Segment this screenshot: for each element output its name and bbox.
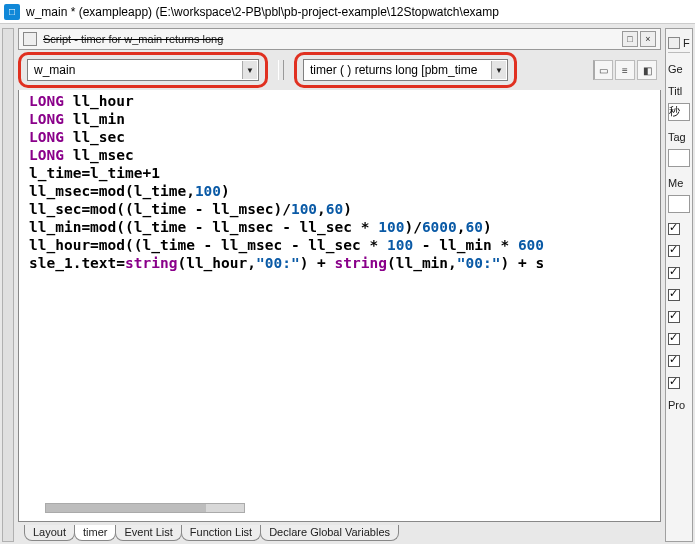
string: "00:": [256, 255, 300, 271]
highlight-event-combo: timer ( ) returns long [pbm_time ▼: [294, 52, 517, 88]
code-line: ,: [317, 201, 326, 217]
section-general: Ge: [668, 63, 690, 75]
string: "00:": [457, 255, 501, 271]
chevron-down-icon[interactable]: ▼: [491, 61, 506, 79]
input-menu[interactable]: [668, 195, 690, 213]
app-icon: □: [4, 4, 20, 20]
chevron-down-icon[interactable]: ▼: [242, 61, 257, 79]
properties-panel: F Ge Titl 秒 Tag Me Pro: [665, 28, 693, 542]
label-menu: Me: [668, 177, 690, 189]
scrollbar-thumb[interactable]: [46, 504, 206, 512]
code-line: (ll_min,: [387, 255, 457, 271]
workspace: Script - timer for w_main returns long □…: [0, 24, 695, 544]
object-combo-value: w_main: [34, 63, 75, 77]
label-tag: Tag: [668, 131, 690, 143]
code-line: (ll_hour,: [177, 255, 256, 271]
section-other: Pro: [668, 399, 690, 411]
code-line: ll_hour=mod((l_time - ll_msec - ll_sec *: [29, 237, 387, 253]
tab-declare-globals[interactable]: Declare Global Variables: [260, 525, 399, 541]
script-header-text: Script - timer for w_main returns long: [43, 33, 616, 45]
header-window-controls: □ ×: [622, 31, 656, 47]
input-title[interactable]: 秒: [668, 103, 690, 121]
tool-button-3[interactable]: ◧: [637, 60, 657, 80]
code-content: LONG ll_hour LONG ll_min LONG ll_sec LON…: [19, 90, 660, 280]
script-editor-pane: Script - timer for w_main returns long □…: [18, 28, 661, 542]
checkbox[interactable]: [668, 267, 680, 279]
number: 600: [518, 237, 544, 253]
checkbox[interactable]: [668, 311, 680, 323]
code-line: ): [343, 201, 352, 217]
code-line: ll_msec=mod(l_time,: [29, 183, 195, 199]
window-titlebar: □ w_main * (exampleapp) (E:\workspace\2-…: [0, 0, 695, 24]
properties-header: F: [668, 33, 690, 53]
checkbox[interactable]: [668, 245, 680, 257]
close-icon[interactable]: ×: [640, 31, 656, 47]
code-line: l_time=l_time+1: [29, 165, 160, 181]
highlight-object-combo: w_main ▼: [18, 52, 268, 88]
object-combo[interactable]: w_main ▼: [27, 59, 259, 81]
keyword: LONG: [29, 111, 64, 127]
pin-icon[interactable]: [668, 37, 680, 49]
number: 100: [387, 237, 413, 253]
toolbar-buttons: ▭ ≡ ◧: [593, 60, 657, 80]
code-line: ) + s: [500, 255, 544, 271]
label-title: Titl: [668, 85, 690, 97]
editor-tabs: Layout timer Event List Function List De…: [18, 522, 661, 542]
checkbox[interactable]: [668, 223, 680, 235]
identifier: ll_hour: [73, 93, 134, 109]
properties-header-label: F: [683, 37, 690, 49]
checkbox[interactable]: [668, 333, 680, 345]
number: 60: [326, 201, 343, 217]
checkbox[interactable]: [668, 377, 680, 389]
tab-timer[interactable]: timer: [74, 525, 116, 541]
code-line: ,: [457, 219, 466, 235]
checkbox[interactable]: [668, 355, 680, 367]
identifier: ll_min: [73, 111, 125, 127]
input-tag[interactable]: [668, 149, 690, 167]
event-combo[interactable]: timer ( ) returns long [pbm_time ▼: [303, 59, 508, 81]
checkbox[interactable]: [668, 289, 680, 301]
identifier: ll_msec: [73, 147, 134, 163]
builtin-fn: string: [125, 255, 177, 271]
code-editor[interactable]: LONG ll_hour LONG ll_min LONG ll_sec LON…: [18, 90, 661, 522]
identifier: ll_sec: [73, 129, 125, 145]
tab-layout[interactable]: Layout: [24, 525, 75, 541]
number: 100: [291, 201, 317, 217]
builtin-fn: string: [335, 255, 387, 271]
keyword: LONG: [29, 93, 64, 109]
left-gutter: [2, 28, 14, 542]
code-line: )/: [404, 219, 421, 235]
tool-button-2[interactable]: ≡: [615, 60, 635, 80]
number: 60: [466, 219, 483, 235]
pin-icon[interactable]: [23, 32, 37, 46]
tab-function-list[interactable]: Function List: [181, 525, 261, 541]
code-line: - ll_min *: [413, 237, 518, 253]
code-line: sle_1.text=: [29, 255, 125, 271]
tab-event-list[interactable]: Event List: [115, 525, 181, 541]
number: 100: [195, 183, 221, 199]
restore-icon[interactable]: □: [622, 31, 638, 47]
code-line: ll_min=mod((l_time - ll_msec - ll_sec *: [29, 219, 378, 235]
number: 6000: [422, 219, 457, 235]
script-toolbar: w_main ▼ timer ( ) returns long [pbm_tim…: [18, 50, 661, 90]
window-title: w_main * (exampleapp) (E:\workspace\2-PB…: [26, 5, 499, 19]
horizontal-scrollbar[interactable]: [45, 503, 245, 513]
script-header: Script - timer for w_main returns long □…: [18, 28, 661, 50]
toolbar-grip: [278, 60, 284, 80]
number: 100: [378, 219, 404, 235]
keyword: LONG: [29, 129, 64, 145]
code-line: ): [483, 219, 492, 235]
code-line: ): [221, 183, 230, 199]
code-line: ll_sec=mod((l_time - ll_msec)/: [29, 201, 291, 217]
keyword: LONG: [29, 147, 64, 163]
tool-button-1[interactable]: ▭: [593, 60, 613, 80]
event-combo-value: timer ( ) returns long [pbm_time: [310, 63, 477, 77]
code-line: ) +: [300, 255, 335, 271]
